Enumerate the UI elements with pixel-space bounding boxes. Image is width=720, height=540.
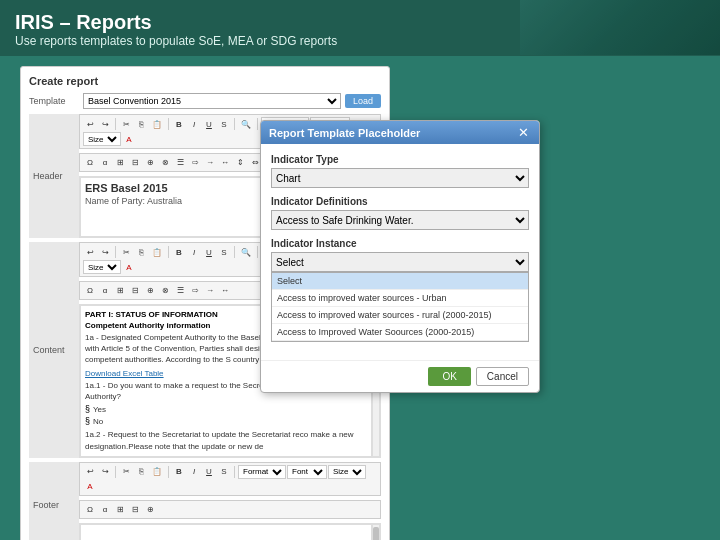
indicator-instance-select[interactable]: Select <box>271 252 529 272</box>
size-select[interactable]: Size <box>83 132 121 146</box>
dropdown-item-1[interactable]: Access to improved water sources - Urban <box>272 290 528 307</box>
ft2-4[interactable]: ⊟ <box>128 503 142 516</box>
bullet-no: § <box>85 416 90 426</box>
ct2-2[interactable]: α <box>98 284 112 297</box>
sep3 <box>234 118 235 130</box>
toolbar-italic[interactable]: I <box>187 118 201 131</box>
f-sep1 <box>115 466 116 478</box>
f-sep3 <box>234 466 235 478</box>
sep1 <box>115 118 116 130</box>
f-paste[interactable]: 📋 <box>149 465 165 478</box>
toolbar-strike[interactable]: S <box>217 118 231 131</box>
template-row: Template Basel Convention 2015 Load <box>29 93 381 109</box>
ct2-6[interactable]: ⊗ <box>158 284 172 297</box>
panel-title: Create report <box>29 75 381 87</box>
footer-scrollbar-thumb <box>373 527 379 540</box>
tb2-3[interactable]: ⊞ <box>113 156 127 169</box>
load-button[interactable]: Load <box>345 94 381 108</box>
footer-section: Footer ↩ ↪ ✂ ⎘ 📋 B I U S Format <box>29 462 381 540</box>
f-italic[interactable]: I <box>187 465 201 478</box>
tb2-8[interactable]: ⇨ <box>188 156 202 169</box>
tb2-2[interactable]: α <box>98 156 112 169</box>
indicator-type-group: Indicator Type Chart <box>271 154 529 188</box>
ft2-2[interactable]: α <box>98 503 112 516</box>
toolbar-undo[interactable]: ↩ <box>83 118 97 131</box>
c-bold[interactable]: B <box>172 246 186 259</box>
toolbar-find[interactable]: 🔍 <box>238 118 254 131</box>
f-cut[interactable]: ✂ <box>119 465 133 478</box>
toolbar-color[interactable]: A <box>122 133 136 146</box>
f-undo[interactable]: ↩ <box>83 465 97 478</box>
tb2-6[interactable]: ⊗ <box>158 156 172 169</box>
ct2-10[interactable]: ↔ <box>218 284 232 297</box>
toolbar-redo[interactable]: ↪ <box>98 118 112 131</box>
ct2-1[interactable]: Ω <box>83 284 97 297</box>
f-font-select[interactable]: Font <box>287 465 327 479</box>
f-redo[interactable]: ↪ <box>98 465 112 478</box>
modal-dialog: Report Template Placeholder ✕ Indicator … <box>260 120 540 393</box>
indicator-definitions-label: Indicator Definitions <box>271 196 529 207</box>
ct2-4[interactable]: ⊟ <box>128 284 142 297</box>
f-format-select[interactable]: Format <box>238 465 286 479</box>
tb2-10[interactable]: ↔ <box>218 156 232 169</box>
c-size-select[interactable]: Size <box>83 260 121 274</box>
ct2-7[interactable]: ☰ <box>173 284 187 297</box>
tb2-4[interactable]: ⊟ <box>128 156 142 169</box>
f-color[interactable]: A <box>83 480 97 493</box>
page-title: IRIS – Reports <box>15 10 705 34</box>
tb2-7[interactable]: ☰ <box>173 156 187 169</box>
indicator-definitions-select[interactable]: Access to Safe Drinking Water. <box>271 210 529 230</box>
f-underline[interactable]: U <box>202 465 216 478</box>
c-find[interactable]: 🔍 <box>238 246 254 259</box>
c-paste[interactable]: 📋 <box>149 246 165 259</box>
c-sep1 <box>115 246 116 258</box>
c-sep3 <box>234 246 235 258</box>
f-copy[interactable]: ⎘ <box>134 465 148 478</box>
toolbar-underline[interactable]: U <box>202 118 216 131</box>
f-size-select[interactable]: Size <box>328 465 366 479</box>
footer-editor-content <box>80 524 372 540</box>
dropdown-item-0[interactable]: Select <box>272 273 528 290</box>
c-copy[interactable]: ⎘ <box>134 246 148 259</box>
modal-body: Indicator Type Chart Indicator Definitio… <box>261 144 539 360</box>
modal-cancel-button[interactable]: Cancel <box>476 367 529 386</box>
toolbar-bold[interactable]: B <box>172 118 186 131</box>
c-underline[interactable]: U <box>202 246 216 259</box>
ft2-1[interactable]: Ω <box>83 503 97 516</box>
tb2-1[interactable]: Ω <box>83 156 97 169</box>
f-bold[interactable]: B <box>172 465 186 478</box>
modal-close-button[interactable]: ✕ <box>516 126 531 139</box>
c-cut[interactable]: ✂ <box>119 246 133 259</box>
c-color[interactable]: A <box>122 261 136 274</box>
toolbar-paste[interactable]: 📋 <box>149 118 165 131</box>
c-redo[interactable]: ↪ <box>98 246 112 259</box>
indicator-instance-label: Indicator Instance <box>271 238 529 249</box>
ct2-3[interactable]: ⊞ <box>113 284 127 297</box>
page-subtitle: Use reports templates to populate SoE, M… <box>15 34 705 48</box>
ct2-5[interactable]: ⊕ <box>143 284 157 297</box>
footer-scrollbar[interactable] <box>372 524 380 540</box>
modal-header: Report Template Placeholder ✕ <box>261 121 539 144</box>
tb2-11[interactable]: ⇕ <box>233 156 247 169</box>
footer-toolbar2: Ω α ⊞ ⊟ ⊕ <box>79 500 381 519</box>
f-strike[interactable]: S <box>217 465 231 478</box>
template-select[interactable]: Basel Convention 2015 <box>83 93 341 109</box>
ct2-8[interactable]: ⇨ <box>188 284 202 297</box>
indicator-type-label: Indicator Type <box>271 154 529 165</box>
tb2-5[interactable]: ⊕ <box>143 156 157 169</box>
toolbar-copy[interactable]: ⎘ <box>134 118 148 131</box>
ft2-5[interactable]: ⊕ <box>143 503 157 516</box>
tb2-9[interactable]: → <box>203 156 217 169</box>
c-undo[interactable]: ↩ <box>83 246 97 259</box>
c-italic[interactable]: I <box>187 246 201 259</box>
c-strike[interactable]: S <box>217 246 231 259</box>
bullet-yes: § <box>85 404 90 414</box>
ct2-9[interactable]: → <box>203 284 217 297</box>
toolbar-cut[interactable]: ✂ <box>119 118 133 131</box>
dropdown-item-2[interactable]: Access to improved water sources - rural… <box>272 307 528 324</box>
ft2-3[interactable]: ⊞ <box>113 503 127 516</box>
dropdown-item-3[interactable]: Access to Improved Water Soources (2000-… <box>272 324 528 341</box>
f-sep2 <box>168 466 169 478</box>
indicator-type-select[interactable]: Chart <box>271 168 529 188</box>
modal-ok-button[interactable]: OK <box>428 367 470 386</box>
